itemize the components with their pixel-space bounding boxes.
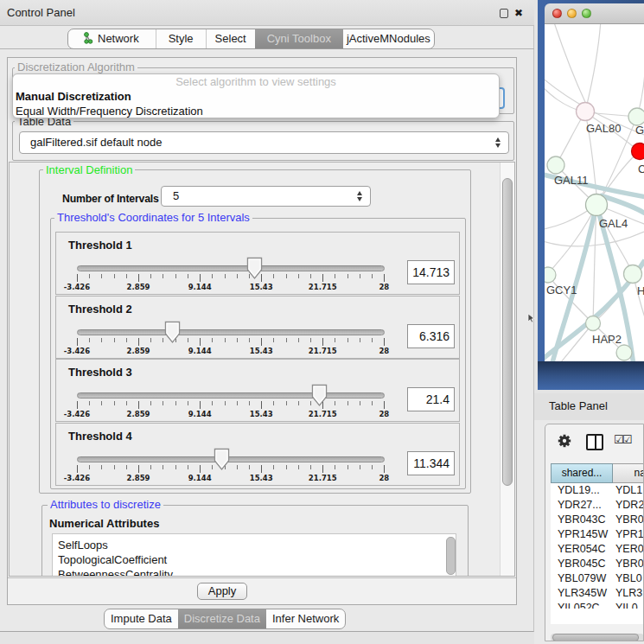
algorithm-placeholder-option[interactable]: Select algorithm to view settings (13, 74, 499, 89)
tab-impute-data[interactable]: Impute Data (105, 609, 178, 628)
network-node-label: G (635, 124, 644, 137)
close-traffic-light[interactable] (552, 9, 562, 18)
table-panel-header: Table Panel (534, 393, 644, 420)
threshold-slider-thumb[interactable] (311, 384, 328, 407)
slider-major-tick (77, 274, 78, 282)
scrollbar-thumb[interactable] (502, 178, 513, 486)
network-node[interactable] (586, 194, 608, 216)
slider-tick-label: -3.426 (64, 410, 90, 418)
attribute-list-item[interactable]: TopologicalCoefficient (58, 552, 167, 567)
table-row[interactable]: YBR043C YBR0 (551, 513, 644, 527)
close-icon[interactable]: ✖ (514, 7, 523, 19)
threshold-value-field[interactable]: 11.344 (407, 451, 455, 475)
combo-arrows-icon (495, 137, 501, 149)
numerical-attributes-list[interactable]: SelfLoopsTopologicalCoefficientBetweenne… (52, 533, 456, 577)
slider-tick-label: 21.715 (309, 410, 337, 418)
algorithm-option-manual[interactable]: Manual Discretization (16, 89, 131, 104)
checkboxes-icon[interactable]: ☑☑ (614, 433, 630, 446)
threshold-value-field[interactable]: 6.316 (407, 324, 455, 348)
network-canvas[interactable]: GAL80GCGAL11GAL4GCY1HHAP2 (545, 24, 644, 361)
threshold-slider-thumb[interactable] (246, 257, 263, 280)
table-hscrollbar-track[interactable] (551, 634, 644, 641)
cell-name: YER0 (615, 542, 644, 557)
slider-tick-label: 2.859 (127, 410, 150, 418)
threshold-slider-track[interactable] (77, 329, 385, 335)
network-node[interactable] (577, 103, 595, 121)
slider-major-tick (261, 338, 262, 346)
float-window-icon[interactable] (500, 9, 508, 18)
table-row[interactable]: YPR145W YPR1 (551, 527, 644, 542)
table-row[interactable]: YBR045C YBR0 (551, 557, 644, 571)
slider-tick-label: 9.144 (188, 347, 212, 355)
table-row[interactable]: YER054C YER0 (551, 542, 644, 557)
slider-tick-label: -3.426 (64, 347, 90, 355)
cell-shared-name: YPR145W (558, 527, 608, 542)
table-row[interactable]: YDR27... YDR2 (551, 498, 644, 513)
table-data-combobox[interactable]: galFiltered.sif default node (19, 131, 509, 154)
slider-tick-label: 28 (379, 474, 389, 482)
network-window-frame: GAL80GCGAL11GAL4GCY1HHAP2 (538, 0, 644, 390)
network-node[interactable] (586, 316, 601, 331)
network-node[interactable] (616, 345, 632, 360)
network-node[interactable] (624, 265, 642, 284)
attribute-list-item[interactable]: BetweennessCentrality (58, 567, 173, 577)
tab-discretize-data[interactable]: Discretize Data (178, 609, 266, 628)
threshold-label: Threshold 2 (68, 303, 132, 316)
threshold-panel: Threshold 1 -3.4262.8599.14415.4321.7152… (55, 232, 460, 295)
slider-major-tick (322, 274, 323, 282)
cell-shared-name: YLR345W (558, 586, 607, 601)
tab-jactivemnodules[interactable]: jActiveMNodules (343, 29, 434, 48)
cell-shared-name: YDR27... (558, 498, 602, 513)
threshold-slider-track[interactable] (77, 456, 385, 462)
slider-tick-label: 15.43 (250, 347, 273, 355)
network-node-label: H (637, 284, 644, 297)
columns-icon[interactable] (586, 434, 603, 450)
gear-icon[interactable] (557, 433, 572, 449)
slider-tick-label: 21.715 (309, 474, 337, 482)
threshold-slider-thumb[interactable] (214, 448, 230, 471)
threshold-slider-track[interactable] (77, 265, 385, 271)
slider-tick-label: 15.43 (250, 474, 273, 482)
interval-definition-label: Interval Definition (43, 164, 135, 176)
tab-network[interactable]: Network (68, 29, 156, 48)
table-row[interactable]: YBL079W YBL0 (551, 571, 644, 586)
network-node[interactable] (628, 108, 644, 125)
algorithm-option-equal-width[interactable]: Equal Width/Frequency Discretization (16, 104, 203, 118)
threshold-slider-track[interactable] (77, 392, 385, 399)
table-row[interactable]: YDL19... YDL1 (551, 483, 644, 498)
slider-tick-label: -3.426 (64, 474, 90, 482)
slider-tick-label: 2.859 (127, 474, 150, 482)
threshold-panel: Threshold 4 -3.4262.8599.14415.4321.7152… (55, 423, 460, 486)
table-row[interactable]: YLR345W YLR3 (551, 586, 644, 601)
tab-style[interactable]: Style (156, 29, 206, 48)
tab-cyni-toolbox[interactable]: Cyni Toolbox (255, 29, 343, 48)
column-header-shared-name[interactable]: shared... (551, 463, 613, 483)
zoom-traffic-light[interactable] (582, 9, 591, 18)
column-header-name[interactable]: name (613, 463, 644, 483)
number-of-intervals-spinner[interactable]: 5 (161, 186, 371, 207)
network-node[interactable] (632, 143, 644, 160)
threshold-slider-thumb[interactable] (164, 321, 181, 344)
table-row[interactable]: YIL052C YIL0 (551, 601, 644, 609)
network-window-titlebar[interactable] (545, 3, 644, 24)
number-of-intervals-label: Number of Intervals (62, 193, 159, 205)
threshold-value-field[interactable]: 14.713 (407, 260, 455, 284)
table-hscrollbar-thumb[interactable] (552, 634, 639, 641)
slider-tick-label: 2.859 (127, 283, 150, 291)
network-node[interactable] (547, 156, 564, 174)
tab-infer-network[interactable]: Infer Network (266, 609, 345, 628)
network-icon (83, 31, 93, 49)
slider-tick-label: 9.144 (188, 410, 212, 418)
network-frame-bottom-edge (538, 361, 644, 390)
threshold-value-field[interactable]: 21.4 (407, 387, 455, 411)
attribute-list-item[interactable]: SelfLoops (58, 538, 108, 552)
slider-major-tick (261, 465, 262, 473)
tab-select[interactable]: Select (206, 29, 255, 48)
apply-button[interactable]: Apply (197, 583, 247, 600)
threshold-panel: Threshold 3 -3.4262.8599.14415.4321.7152… (55, 359, 460, 422)
network-node[interactable] (545, 267, 556, 283)
minimize-traffic-light[interactable] (567, 9, 577, 18)
slider-major-tick (200, 274, 201, 282)
network-node-label: HAP2 (592, 333, 622, 346)
attributes-list-scrollbar[interactable] (446, 537, 456, 575)
